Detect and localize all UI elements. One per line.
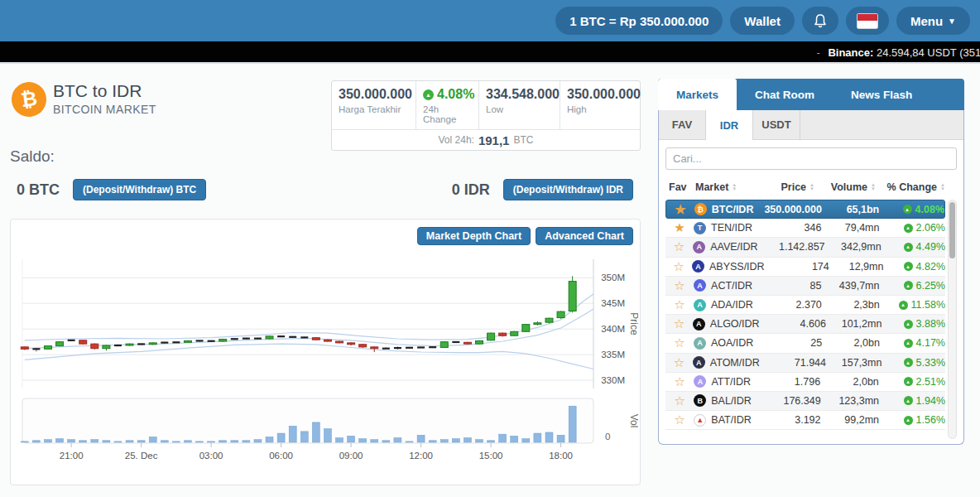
sort-by-market[interactable]: Market ▲▼ — [695, 181, 742, 193]
table-row[interactable]: ★₿BTC/IDR350.000.00065,1bn▲4.08% — [665, 200, 945, 219]
coin-icon: T — [694, 222, 706, 234]
subtab-usdt[interactable]: USDT — [753, 110, 800, 139]
deposit-withdraw-btc-button[interactable]: (Deposit/Withdraw) BTC — [73, 179, 206, 200]
svg-text:18:00: 18:00 — [549, 451, 573, 461]
price-cell: 4.606 — [760, 318, 826, 330]
price-cell: 3.192 — [752, 414, 821, 426]
star-outline-icon[interactable]: ☆ — [665, 335, 694, 350]
table-row[interactable]: ☆AAAVE/IDR1.142.857342,9mn▲4.49% — [665, 238, 945, 257]
change-cell: ▲6.25% — [879, 280, 945, 292]
svg-text:335M: 335M — [601, 350, 625, 359]
bitcoin-icon: ₿ — [9, 80, 48, 118]
table-row[interactable]: ☆AACT/IDR85439,7mn▲6.25% — [665, 277, 945, 296]
svg-text:03:00: 03:00 — [199, 451, 223, 461]
star-outline-icon[interactable]: ☆ — [665, 355, 693, 370]
table-row[interactable]: ☆▲BAT/IDR3.19299,2mn▲1.56% — [665, 411, 945, 430]
up-arrow-icon: ▲ — [904, 224, 913, 233]
scrollbar-thumb[interactable] — [949, 202, 955, 258]
up-arrow-icon: ▲ — [904, 281, 913, 290]
market-pair-label: BAT/IDR — [711, 414, 751, 426]
change-cell: ▲4.17% — [880, 337, 945, 349]
idr-balance: 0 IDR — [452, 181, 490, 199]
change-cell: ▲4.49% — [882, 241, 945, 253]
table-scrollbar[interactable] — [948, 200, 957, 439]
language-button[interactable] — [846, 7, 889, 35]
star-outline-icon[interactable]: ☆ — [665, 278, 694, 293]
svg-text:Vol: Vol — [628, 414, 638, 428]
search-input[interactable] — [665, 147, 957, 170]
subtab-idr[interactable]: IDR — [706, 110, 753, 140]
coin-icon: A — [694, 337, 706, 350]
markets-table: Fav Market ▲▼ Price ▲▼ Volume ▲▼ % Chang… — [665, 175, 957, 439]
ticker-value: 24.594,84 USDT (351.3 — [877, 46, 980, 59]
market-pair-label: ABYSS/IDR — [709, 261, 765, 273]
price-cell: 176.349 — [752, 395, 821, 407]
tab-chat-room[interactable]: Chat Room — [737, 79, 833, 110]
table-row[interactable]: ☆BBAL/IDR176.349123,3mn▲1.94% — [665, 392, 945, 411]
up-arrow-icon: ▲ — [904, 377, 913, 386]
top-navigation-bar: 1 BTC = Rp 350.000.000 Wallet Menu ▼ — [0, 0, 980, 41]
table-row[interactable]: ☆AATOM/IDR71.944157,3mn▲5.33% — [665, 354, 945, 373]
market-stats: 350.000.000 Harga Terakhir ▲4.08% 24h Ch… — [331, 80, 641, 151]
stat-volume-24h: Vol 24h: 191,1 BTC — [332, 129, 640, 150]
star-filled-icon[interactable]: ★ — [665, 220, 694, 235]
subtab-fav[interactable]: FAV — [659, 110, 706, 139]
ticker-bar: - Binance: 24.594,84 USDT (351.3 — [0, 41, 980, 64]
volume-cell: 101,2mn — [826, 318, 882, 330]
sort-by-volume[interactable]: Volume ▲▼ — [814, 181, 876, 193]
volume-cell: 439,7mn — [821, 280, 879, 292]
sort-by-price[interactable]: Price ▲▼ — [742, 181, 814, 193]
star-outline-icon[interactable]: ☆ — [665, 413, 694, 427]
tab-news-flash[interactable]: News Flash — [833, 79, 930, 110]
svg-text:25. Dec: 25. Dec — [125, 451, 158, 461]
table-row[interactable]: ☆AABYSS/IDR17412,9mn▲4.82% — [665, 258, 945, 277]
star-outline-icon[interactable]: ☆ — [665, 259, 692, 274]
tab-markets[interactable]: Markets — [658, 79, 737, 110]
bell-icon — [813, 13, 828, 29]
star-outline-icon[interactable]: ☆ — [665, 297, 694, 312]
volume-cell: 79,4mn — [821, 222, 879, 234]
change-cell: ▲1.94% — [879, 395, 945, 407]
market-pair-label: AOA/IDR — [711, 337, 753, 349]
deposit-withdraw-idr-button[interactable]: (Deposit/Withdraw) IDR — [503, 179, 633, 200]
indonesia-flag-icon — [857, 13, 878, 29]
table-row[interactable]: ☆AATT/IDR1.7962,0bn▲2.51% — [665, 373, 945, 392]
star-outline-icon[interactable]: ☆ — [665, 239, 693, 254]
menu-button[interactable]: Menu ▼ — [896, 7, 970, 35]
star-outline-icon[interactable]: ☆ — [665, 393, 694, 408]
coin-icon: A — [693, 318, 705, 331]
table-row[interactable]: ★TTEN/IDR34679,4mn▲2.06% — [665, 219, 945, 238]
coin-icon: A — [692, 260, 704, 273]
market-pair-label: ADA/IDR — [711, 299, 753, 311]
btc-rate-pill[interactable]: 1 BTC = Rp 350.000.000 — [555, 7, 723, 35]
stat-last-price: 350.000.000 Harga Terakhir — [332, 81, 416, 129]
price-chart-card: Market Depth Chart Advanced Chart 350M34… — [10, 219, 641, 485]
menu-label: Menu — [910, 14, 943, 28]
volume-cell: 342,9mn — [825, 241, 882, 253]
sort-by-change[interactable]: % Change ▲▼ — [876, 181, 945, 193]
price-cell: 71.944 — [760, 357, 826, 369]
svg-text:06:00: 06:00 — [269, 451, 293, 461]
candlestick-chart[interactable]: 350M345M340M335M330M21:0025. Dec03:0006:… — [14, 256, 638, 478]
table-row[interactable]: ☆AADA/IDR2.3702,3bn▲11.58% — [665, 296, 945, 315]
up-arrow-icon: ▲ — [904, 243, 913, 252]
star-outline-icon[interactable]: ☆ — [665, 316, 693, 331]
up-arrow-icon: ▲ — [899, 301, 908, 310]
wallet-button[interactable]: Wallet — [730, 7, 795, 35]
change-cell: ▲3.88% — [882, 318, 945, 330]
notifications-button[interactable] — [802, 7, 838, 35]
star-outline-icon[interactable]: ☆ — [665, 374, 694, 389]
svg-text:0: 0 — [605, 432, 610, 442]
svg-text:Price: Price — [628, 312, 638, 335]
svg-text:350M: 350M — [601, 273, 625, 282]
advanced-chart-button[interactable]: Advanced Chart — [536, 227, 633, 245]
market-depth-chart-button[interactable]: Market Depth Chart — [417, 227, 531, 245]
table-row[interactable]: ☆AAOA/IDR252,0bn▲4.17% — [665, 334, 945, 353]
up-arrow-icon: ▲ — [904, 339, 913, 348]
panel-tab-bar: Markets Chat Room News Flash — [658, 79, 964, 110]
table-row[interactable]: ☆AALGO/IDR4.606101,2mn▲3.88% — [665, 315, 945, 334]
up-arrow-icon: ▲ — [903, 205, 912, 214]
star-filled-icon[interactable]: ★ — [666, 202, 694, 217]
svg-text:21:00: 21:00 — [60, 451, 84, 461]
price-cell: 346 — [752, 222, 821, 234]
